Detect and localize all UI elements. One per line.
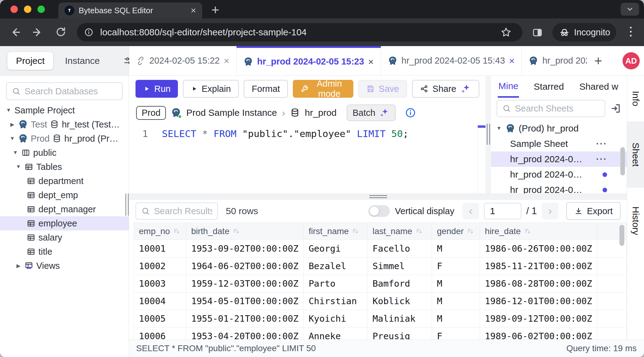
editor-tab-3[interactable]: hr_prod 2024-02-05 15:43 ×: [381, 46, 522, 75]
reload-icon[interactable]: [55, 26, 66, 37]
column-header-emp-no[interactable]: emp_no: [134, 223, 186, 240]
bookmark-star-icon[interactable]: [500, 26, 512, 38]
panel-resize-handle[interactable]: [487, 124, 490, 145]
browser-menu-icon[interactable]: [630, 27, 632, 37]
next-page-button[interactable]: ›: [542, 203, 558, 219]
close-tab-icon[interactable]: ×: [224, 56, 230, 66]
sheet-item-unsaved-1[interactable]: hr_prod 2024-0…: [491, 167, 627, 182]
sheet-item-menu-icon[interactable]: ···: [596, 139, 607, 149]
tab-project[interactable]: Project: [7, 52, 53, 70]
format-button[interactable]: Format: [244, 80, 288, 98]
editor-tab-4[interactable]: hr_prod 2024-0: [522, 46, 587, 75]
tree-item-table-salary[interactable]: salary: [0, 230, 129, 245]
sort-icon[interactable]: [467, 227, 475, 235]
site-info-icon[interactable]: [84, 28, 93, 37]
column-header-gender[interactable]: gender: [432, 223, 480, 240]
column-header-birth-date[interactable]: birth_date: [186, 223, 304, 240]
side-panel-icon[interactable]: [532, 27, 543, 38]
page-number-input[interactable]: [484, 203, 521, 219]
panel-divider[interactable]: [485, 76, 491, 194]
tree-item-table-dept-manager[interactable]: dept_manager: [0, 202, 129, 216]
close-tab-icon[interactable]: ×: [509, 56, 515, 66]
sort-icon[interactable]: [524, 227, 532, 235]
tree-item-prod-db[interactable]: ▼ Prod hr_prod (Pr…: [0, 131, 129, 146]
tree-item-table-title[interactable]: title: [0, 245, 129, 259]
tree-item-test-db[interactable]: ▶ Test hr_test (Test…: [0, 117, 129, 131]
close-tab-icon[interactable]: ×: [368, 57, 374, 67]
address-bar[interactable]: localhost:8080/sql-editor/sheet/project-…: [77, 23, 522, 41]
editor-tab-2-active[interactable]: hr_prod 2024-02-05 15:23 ×: [237, 46, 381, 75]
table-scrollbar-thumb[interactable]: [619, 225, 624, 246]
user-avatar[interactable]: AD: [622, 52, 640, 69]
sheet-item-menu-icon[interactable]: ···: [596, 154, 607, 164]
sheet-item-sample[interactable]: Sample Sheet ···: [491, 136, 627, 151]
info-icon[interactable]: [405, 107, 416, 118]
tab-starred[interactable]: Starred: [533, 76, 564, 97]
sort-icon[interactable]: [352, 227, 360, 235]
database-name[interactable]: hr_prod: [305, 108, 336, 118]
admin-mode-button[interactable]: Admin mode: [293, 80, 353, 98]
sheet-search[interactable]: [497, 100, 605, 117]
tab-search-chevron-button[interactable]: [621, 3, 639, 16]
caret-down-icon[interactable]: ▼: [6, 107, 12, 113]
sheet-item-unsaved-2[interactable]: hr_prod 2024-0…: [491, 182, 627, 194]
prev-page-button[interactable]: ‹: [462, 203, 479, 219]
sort-icon[interactable]: [233, 227, 241, 235]
export-button[interactable]: Export: [566, 202, 621, 220]
zoom-window-button[interactable]: [37, 6, 45, 13]
caret-down-icon[interactable]: ▼: [12, 150, 18, 156]
sql-editor[interactable]: 1 SELECT * FROM "public"."employee" LIMI…: [129, 124, 485, 194]
sidebar-resize-handle[interactable]: [125, 194, 129, 216]
tree-item-project[interactable]: ▼ Sample Project: [0, 103, 129, 117]
database-search[interactable]: [6, 82, 123, 100]
caret-right-icon[interactable]: ▶: [15, 263, 22, 269]
tab-shared[interactable]: Shared w: [579, 76, 618, 97]
splitter-drag-handle[interactable]: [369, 195, 387, 198]
browser-tab-close-icon[interactable]: ×: [190, 6, 196, 15]
minimize-window-button[interactable]: [24, 6, 31, 13]
column-header-hire-date[interactable]: hire_date: [480, 223, 597, 240]
sheet-search-input[interactable]: [515, 104, 600, 114]
editor-tab-1[interactable]: 2024-02-05 15:22 ×: [129, 46, 237, 75]
sort-icon[interactable]: [173, 227, 181, 235]
instance-name[interactable]: Prod Sample Instance: [186, 108, 277, 118]
tree-item-table-dept-emp[interactable]: dept_emp: [0, 188, 129, 202]
explain-button[interactable]: Explain: [183, 80, 239, 98]
caret-down-icon[interactable]: ▼: [496, 125, 502, 131]
caret-down-icon[interactable]: ▼: [9, 135, 15, 142]
forward-icon[interactable]: [32, 26, 44, 38]
tab-history[interactable]: History: [627, 187, 644, 254]
sheet-group-prod-hrprod[interactable]: ▼ (Prod) hr_prod: [491, 121, 627, 136]
tree-item-views-group[interactable]: ▶ Views: [0, 259, 129, 273]
tree-item-tables-group[interactable]: ▼ Tables: [0, 160, 129, 174]
new-tab-button[interactable]: +: [211, 3, 219, 17]
tab-mine[interactable]: Mine: [498, 76, 519, 98]
save-button[interactable]: Save: [358, 80, 407, 98]
caret-down-icon[interactable]: ▼: [15, 164, 22, 170]
import-sheet-icon[interactable]: [610, 103, 621, 114]
share-button[interactable]: Share: [412, 80, 479, 98]
results-search-input[interactable]: [154, 206, 212, 216]
tree-item-table-department[interactable]: department: [0, 174, 129, 188]
close-window-button[interactable]: [10, 6, 18, 13]
tab-info[interactable]: Info: [627, 76, 644, 122]
editor-scrollbar[interactable]: [477, 124, 485, 194]
browser-tab[interactable]: Bytebase SQL Editor ×: [58, 2, 202, 18]
editor-scrollbar-thumb[interactable]: [478, 125, 485, 128]
sort-icon[interactable]: [415, 227, 423, 235]
tab-sheet[interactable]: Sheet: [627, 122, 644, 187]
column-header-last-name[interactable]: last_name: [367, 223, 432, 240]
sheet-list-scrollbar-thumb[interactable]: [620, 147, 625, 175]
tab-instance[interactable]: Instance: [65, 56, 100, 66]
batch-button[interactable]: Batch: [347, 104, 396, 121]
sheet-item-selected[interactable]: hr_prod 2024-0… ···: [491, 151, 627, 167]
run-button[interactable]: Run: [135, 80, 178, 98]
tree-item-schema-public[interactable]: ▼ public: [0, 146, 129, 160]
column-header-first-name[interactable]: first_name: [304, 223, 367, 240]
tree-item-table-employee[interactable]: employee: [0, 216, 129, 230]
results-search[interactable]: [135, 202, 218, 220]
back-icon[interactable]: [9, 26, 21, 38]
new-sheet-tab-button[interactable]: +: [587, 46, 610, 75]
results-splitter[interactable]: [129, 194, 627, 200]
vertical-display-toggle[interactable]: [368, 205, 390, 217]
